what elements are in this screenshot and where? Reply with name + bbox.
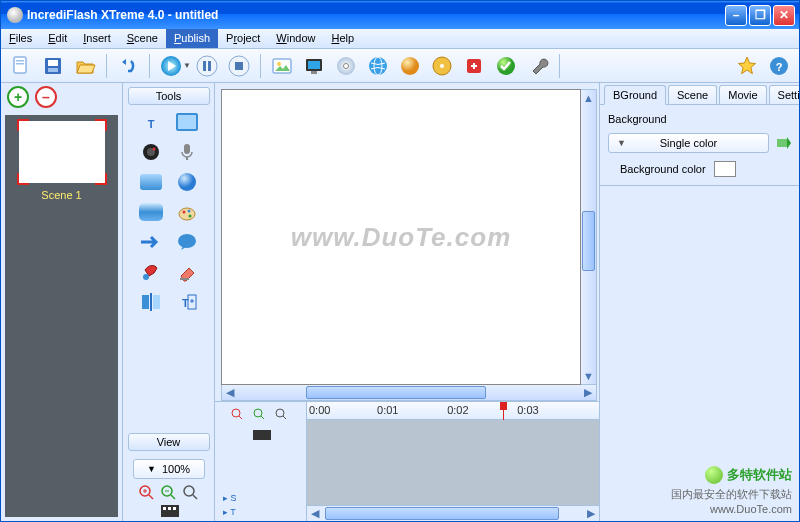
svg-rect-1 <box>16 60 24 62</box>
scroll-left-button[interactable]: ◀ <box>222 385 238 400</box>
svg-rect-46 <box>142 295 149 309</box>
svg-text:T: T <box>147 118 154 130</box>
timeline-tracks[interactable] <box>307 420 599 505</box>
tl-zoom-fit[interactable] <box>275 408 291 424</box>
stop-button[interactable] <box>224 51 254 81</box>
text-tool[interactable]: T <box>135 109 167 135</box>
canvas-hscrollbar[interactable]: ◀ ▶ <box>221 385 597 401</box>
svg-rect-34 <box>184 144 190 154</box>
menu-edit[interactable]: Edit <box>40 29 75 48</box>
play-button[interactable] <box>156 51 186 81</box>
stage-canvas[interactable]: www.DuoTe.com <box>221 89 581 385</box>
svg-point-37 <box>178 173 196 191</box>
svg-point-42 <box>188 215 191 218</box>
menu-scene[interactable]: Scene <box>119 29 166 48</box>
tab-bground[interactable]: BGround <box>604 85 666 105</box>
scroll-right-button[interactable]: ▶ <box>580 385 596 400</box>
menu-project[interactable]: Project <box>218 29 268 48</box>
tab-scene[interactable]: Scene <box>668 85 717 104</box>
save-button[interactable] <box>38 51 68 81</box>
bg-color-swatch[interactable] <box>714 161 736 177</box>
menu-window[interactable]: Window <box>268 29 323 48</box>
insert-screen-button[interactable] <box>299 51 329 81</box>
favorites-button[interactable] <box>732 51 762 81</box>
view-filmstrip-button[interactable] <box>161 505 177 521</box>
undo-button[interactable] <box>113 51 143 81</box>
tl-sound-expand[interactable]: ▸ S <box>223 493 237 503</box>
button-tool[interactable] <box>135 199 167 225</box>
vscroll-thumb[interactable] <box>582 211 595 271</box>
tl-text-expand[interactable]: ▸ T <box>223 507 236 517</box>
zoom-in-button[interactable] <box>139 485 155 501</box>
properties-panel: BGround Scene Movie Setting Background S… <box>599 83 799 521</box>
svg-point-60 <box>276 409 284 417</box>
svg-rect-55 <box>163 507 166 510</box>
callout-tool[interactable] <box>171 229 203 255</box>
add-scene-button[interactable]: + <box>7 86 29 108</box>
window-title: IncrediFlash XTreme 4.0 - untitled <box>27 8 725 22</box>
zoom-fit-button[interactable] <box>183 485 199 501</box>
insert-globe-button[interactable] <box>363 51 393 81</box>
insert-cd-button[interactable] <box>331 51 361 81</box>
tab-setting[interactable]: Setting <box>769 85 799 104</box>
publish-check-button[interactable] <box>491 51 521 81</box>
timeline-ruler[interactable]: 0:00 0:01 0:02 0:03 <box>307 402 599 420</box>
camera-tool[interactable] <box>135 139 167 165</box>
tl-zoom-out[interactable] <box>253 408 269 424</box>
canvas-vscrollbar[interactable]: ▲ ▼ <box>581 89 597 385</box>
svg-point-53 <box>184 486 194 496</box>
microphone-tool[interactable] <box>171 139 203 165</box>
scroll-up-button[interactable]: ▲ <box>581 90 596 106</box>
timeline-hscrollbar[interactable]: ◀ ▶ <box>307 505 599 521</box>
main-toolbar: ▼ ? <box>1 49 799 83</box>
close-button[interactable]: ✕ <box>773 5 795 26</box>
title-bar[interactable]: IncrediFlash XTreme 4.0 - untitled – ❐ ✕ <box>1 1 799 29</box>
settings-wrench-button[interactable] <box>523 51 553 81</box>
eraser-tool[interactable] <box>171 259 203 285</box>
zoom-combo[interactable]: ▼100% <box>133 459 205 479</box>
maximize-button[interactable]: ❐ <box>749 5 771 26</box>
svg-rect-45 <box>180 278 189 280</box>
app-icon <box>7 7 23 23</box>
insert-disc-button[interactable] <box>427 51 457 81</box>
tl-filmstrip-button[interactable] <box>253 430 269 446</box>
brush-tool[interactable] <box>135 259 167 285</box>
menu-help[interactable]: Help <box>323 29 362 48</box>
apply-bg-icon[interactable] <box>775 135 791 151</box>
new-button[interactable] <box>6 51 36 81</box>
rect-tool[interactable] <box>135 169 167 195</box>
image-tool[interactable] <box>171 109 203 135</box>
text-scale-tool[interactable]: T <box>171 289 203 315</box>
menu-publish[interactable]: Publish <box>166 29 218 48</box>
svg-point-19 <box>369 57 387 75</box>
insert-image-button[interactable] <box>267 51 297 81</box>
open-button[interactable] <box>70 51 100 81</box>
svg-rect-48 <box>150 293 152 311</box>
tools-header: Tools <box>128 87 210 105</box>
minimize-button[interactable]: – <box>725 5 747 26</box>
export-button[interactable] <box>459 51 489 81</box>
scene-thumbnail[interactable] <box>19 121 105 183</box>
bg-mode-combo[interactable]: Single color <box>608 133 769 153</box>
svg-point-33 <box>152 148 155 151</box>
tl-zoom-in[interactable] <box>231 408 247 424</box>
zoom-out-button[interactable] <box>161 485 177 501</box>
play-dropdown-icon[interactable]: ▼ <box>183 61 191 70</box>
insert-sphere-button[interactable] <box>395 51 425 81</box>
hscroll-thumb[interactable] <box>306 386 486 399</box>
tab-movie[interactable]: Movie <box>719 85 766 104</box>
delete-scene-button[interactable]: – <box>35 86 57 108</box>
arrow-tool[interactable] <box>135 229 167 255</box>
paint-tool[interactable] <box>171 199 203 225</box>
ellipse-tool[interactable] <box>171 169 203 195</box>
scroll-down-button[interactable]: ▼ <box>581 368 596 384</box>
svg-text:?: ? <box>776 61 783 73</box>
pause-button[interactable] <box>192 51 222 81</box>
scene-list[interactable]: Scene 1 <box>5 115 118 517</box>
menu-insert[interactable]: Insert <box>75 29 119 48</box>
menu-files[interactable]: Files <box>1 29 40 48</box>
flip-h-tool[interactable] <box>135 289 167 315</box>
bg-color-label: Background color <box>620 163 706 175</box>
help-button[interactable]: ? <box>764 51 794 81</box>
svg-point-59 <box>254 409 262 417</box>
